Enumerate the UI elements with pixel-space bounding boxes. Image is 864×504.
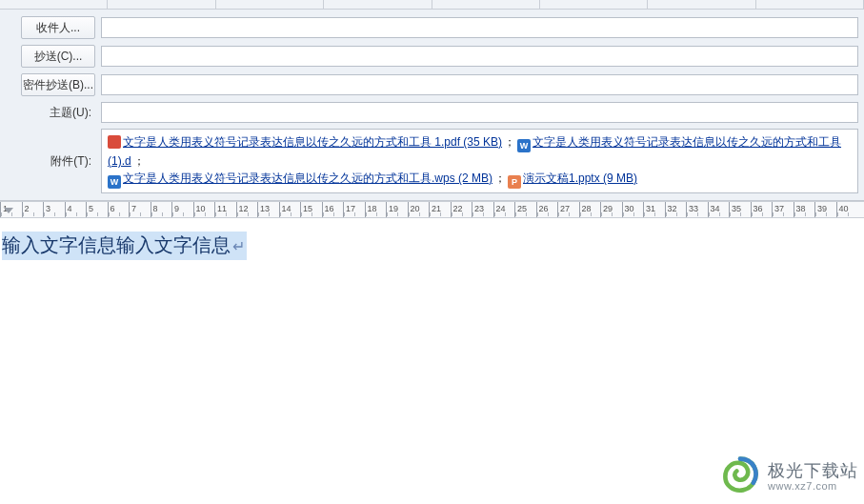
ruler-tick-label: 18 [368, 204, 377, 213]
body-text: 输入文字信息输入文字信息 [2, 234, 231, 255]
ruler-tick-label: 6 [111, 204, 115, 213]
ruler-tick: 10 [193, 202, 215, 218]
ruler-tick: 8 [151, 202, 172, 218]
indent-marker-icon[interactable] [4, 208, 13, 215]
subject-input[interactable] [101, 102, 858, 123]
attachment-separator: ； [131, 154, 147, 168]
ruler-tick: 11 [214, 202, 236, 218]
cc-input[interactable] [101, 46, 858, 67]
ruler-tick-label: 15 [303, 204, 312, 213]
ruler-tick-label: 24 [496, 204, 506, 213]
body-selected-text[interactable]: 输入文字信息输入文字信息↵ [2, 232, 247, 260]
ruler-tick-label: 28 [582, 204, 592, 213]
ruler-tick: 21 [429, 202, 451, 218]
compose-window: 收件人... 抄送(C)... 密件抄送(B)... 主题(U) [0, 0, 864, 504]
ruler-tick: 38 [794, 202, 815, 218]
attachment-link[interactable]: 文字是人类用表义符号记录表达信息以传之久远的方式和工具 1.pdf (35 KB… [123, 135, 502, 149]
ruler-tick-label: 13 [260, 204, 270, 213]
ruler-tick-label: 36 [753, 204, 763, 213]
ruler-tick: 27 [557, 202, 579, 218]
cc-button[interactable]: 抄送(C)... [21, 45, 95, 68]
ruler-tick-label: 8 [153, 204, 158, 213]
ruler-tick-label: 38 [796, 204, 806, 213]
recipient-button[interactable]: 收件人... [21, 16, 95, 39]
ruler-tick: 26 [536, 202, 558, 218]
bcc-input[interactable] [101, 74, 858, 95]
ruler-tick-label: 10 [196, 204, 206, 213]
watermark-logo-icon [718, 454, 762, 498]
attachment-separator: ； [492, 171, 508, 185]
ruler-tick-label: 3 [46, 204, 50, 213]
pdf-file-icon [108, 135, 121, 149]
ruler-tick: 20 [408, 202, 430, 218]
ruler-tick-label: 23 [474, 204, 484, 213]
ruler-tick: 40 [836, 202, 858, 218]
ruler: 1234567891011121314151617181920212223242… [0, 201, 864, 218]
ruler-tick-label: 39 [817, 204, 827, 213]
ruler-tick: 18 [365, 202, 387, 218]
ruler-tick-label: 34 [711, 204, 720, 213]
ruler-tick: 23 [472, 202, 493, 218]
subject-label: 主题(U): [50, 105, 95, 121]
ruler-tick: 4 [65, 202, 87, 218]
ruler-tick-label: 22 [453, 204, 463, 213]
ruler-tick: 33 [686, 202, 708, 218]
ruler-tick-label: 9 [174, 204, 179, 213]
ruler-tick: 3 [43, 202, 65, 218]
ruler-tick-label: 16 [325, 204, 334, 213]
ruler-tick: 22 [451, 202, 472, 218]
ruler-tick: 19 [386, 202, 408, 218]
ruler-tick: 36 [751, 202, 773, 218]
ruler-tick-label: 33 [689, 204, 698, 213]
ruler-tick: 14 [279, 202, 301, 218]
ruler-tick: 7 [129, 202, 151, 218]
bcc-button[interactable]: 密件抄送(B)... [21, 73, 95, 96]
ruler-tick: 34 [708, 202, 730, 218]
ruler-tick-label: 4 [68, 204, 72, 213]
ruler-tick: 16 [322, 202, 344, 218]
ruler-tick: 30 [622, 202, 644, 218]
ruler-tick: 31 [643, 202, 665, 218]
ruler-tick-label: 11 [217, 204, 227, 213]
ruler-tick: 32 [665, 202, 687, 218]
ruler-tick-label: 25 [517, 204, 527, 213]
message-body[interactable]: 输入文字信息输入文字信息↵ [0, 218, 864, 260]
ruler-tick-label: 5 [89, 204, 93, 213]
ruler-tick-label: 14 [282, 204, 291, 213]
cc-row: 抄送(C)... [0, 42, 864, 71]
attachment-link[interactable]: 演示文稿1.pptx (9 MB) [523, 171, 637, 185]
ruler-tick: 29 [600, 202, 622, 218]
ruler-tick: 28 [579, 202, 601, 218]
watermark-title: 极光下载站 [768, 462, 858, 479]
doc-file-icon: W [517, 139, 531, 152]
subject-row: 主题(U): [0, 99, 864, 126]
ruler-tick: 35 [729, 202, 751, 218]
ruler-tick: 15 [300, 202, 322, 218]
ruler-tick-label: 20 [411, 204, 420, 213]
ruler-tick-label: 21 [432, 204, 441, 213]
ruler-tick-label: 37 [774, 204, 784, 213]
paragraph-mark-icon: ↵ [231, 238, 245, 254]
ruler-tick-label: 7 [131, 204, 136, 213]
ruler-tick: 39 [814, 202, 836, 218]
ruler-tick-label: 40 [839, 204, 849, 213]
ruler-tick-label: 32 [668, 204, 677, 213]
ruler-tick: 9 [171, 202, 193, 218]
ruler-tick: 5 [86, 202, 108, 218]
ppt-file-icon: P [508, 175, 521, 189]
toolbar-placeholder [0, 0, 864, 10]
bcc-row: 密件抄送(B)... [0, 71, 864, 99]
ruler-tick-label: 31 [646, 204, 655, 213]
ruler-tick-label: 29 [603, 204, 613, 213]
attachment-link[interactable]: 文字是人类用表义符号记录表达信息以传之久远的方式和工具.wps (2 MB) [123, 171, 492, 185]
ruler-tick: 6 [108, 202, 130, 218]
recipient-input[interactable] [101, 17, 858, 38]
ruler-tick: 12 [236, 202, 258, 218]
ruler-tick: 25 [514, 202, 536, 218]
ruler-tick: 2 [22, 202, 44, 218]
attachments-box: 文字是人类用表义符号记录表达信息以传之久远的方式和工具 1.pdf (35 KB… [101, 129, 858, 193]
ruler-tick-label: 30 [625, 204, 634, 213]
svg-marker-0 [4, 208, 13, 213]
ruler-tick: 13 [257, 202, 279, 218]
ruler-tick-label: 2 [25, 204, 30, 213]
